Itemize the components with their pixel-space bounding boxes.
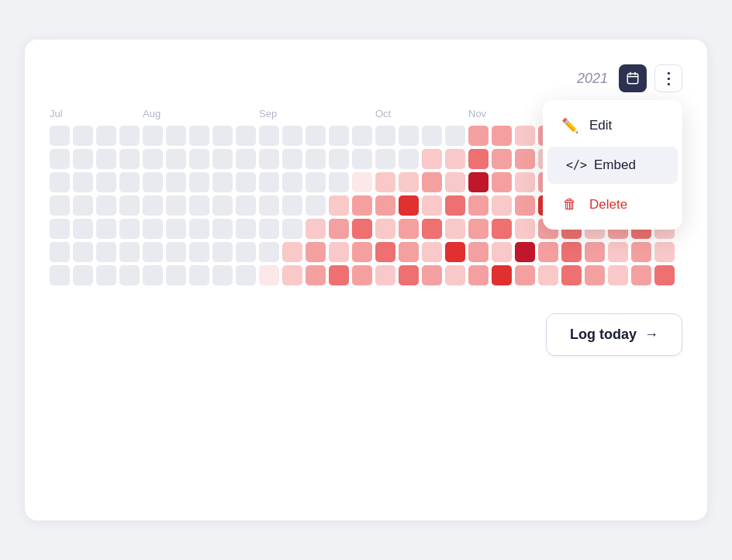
cell bbox=[422, 195, 442, 216]
cell bbox=[352, 219, 372, 239]
log-today-button[interactable]: Log today → bbox=[546, 313, 682, 356]
cell bbox=[143, 126, 163, 146]
year-label: 2021 bbox=[577, 71, 608, 87]
cell bbox=[166, 265, 186, 285]
cell bbox=[492, 172, 512, 192]
cell bbox=[282, 265, 302, 285]
cell bbox=[236, 126, 256, 146]
cell bbox=[119, 126, 140, 146]
cell bbox=[306, 126, 326, 146]
cell bbox=[585, 242, 605, 262]
cell bbox=[189, 219, 209, 239]
cell bbox=[515, 195, 535, 216]
cell bbox=[352, 126, 372, 146]
cell bbox=[492, 265, 512, 285]
month-sep: Sep bbox=[259, 108, 375, 119]
cell bbox=[259, 126, 279, 146]
cell bbox=[166, 195, 186, 216]
cell bbox=[306, 242, 326, 262]
cell bbox=[189, 172, 209, 192]
cell bbox=[375, 172, 395, 192]
cell bbox=[50, 126, 70, 146]
cell bbox=[212, 242, 233, 262]
cell bbox=[143, 195, 163, 216]
embed-menu-item[interactable]: </> Embed bbox=[547, 147, 678, 184]
cell bbox=[422, 149, 442, 169]
cell bbox=[399, 242, 419, 262]
cell bbox=[329, 219, 349, 239]
cell bbox=[282, 195, 302, 216]
cell bbox=[166, 126, 186, 146]
embed-label: Embed bbox=[594, 157, 636, 173]
cell bbox=[492, 149, 512, 169]
cell bbox=[212, 195, 233, 216]
cell bbox=[96, 126, 116, 146]
cell bbox=[375, 265, 395, 285]
cell bbox=[422, 126, 442, 146]
cell bbox=[561, 265, 582, 285]
cell bbox=[189, 195, 209, 216]
cell bbox=[468, 195, 489, 216]
cell bbox=[282, 126, 302, 146]
cell bbox=[399, 172, 419, 192]
cell bbox=[654, 242, 675, 262]
cell bbox=[515, 172, 535, 192]
cell bbox=[399, 149, 419, 169]
cell bbox=[492, 126, 512, 146]
cell bbox=[212, 219, 233, 239]
log-button-area: Log today → bbox=[50, 313, 682, 356]
cell bbox=[96, 265, 116, 285]
cell bbox=[73, 242, 93, 262]
cell bbox=[96, 195, 116, 216]
cell bbox=[50, 219, 70, 239]
cell bbox=[73, 149, 93, 169]
cell bbox=[73, 126, 93, 146]
cell bbox=[352, 149, 372, 169]
cell bbox=[422, 219, 442, 239]
cell bbox=[259, 265, 279, 285]
more-options-button[interactable]: ⋮ bbox=[654, 64, 682, 92]
cell bbox=[96, 242, 116, 262]
cell bbox=[492, 195, 512, 216]
log-today-arrow: → bbox=[644, 327, 658, 343]
cell bbox=[492, 219, 512, 239]
cell bbox=[259, 149, 279, 169]
cell bbox=[445, 242, 465, 262]
cell bbox=[166, 219, 186, 239]
cell bbox=[608, 242, 628, 262]
cell bbox=[259, 219, 279, 239]
grid-row bbox=[50, 242, 682, 262]
cell bbox=[329, 242, 349, 262]
cell bbox=[119, 149, 140, 169]
embed-icon: </> bbox=[566, 158, 583, 172]
cell bbox=[236, 265, 256, 285]
cell bbox=[73, 195, 93, 216]
context-menu: ✏️ Edit </> Embed 🗑 Delete bbox=[543, 100, 682, 230]
cell bbox=[73, 219, 93, 239]
cell bbox=[212, 149, 233, 169]
cell bbox=[375, 195, 395, 216]
cell bbox=[50, 195, 70, 216]
cell bbox=[515, 149, 535, 169]
calendar-button[interactable] bbox=[619, 64, 647, 92]
month-jul: Jul bbox=[50, 108, 143, 119]
cell bbox=[143, 242, 163, 262]
cell bbox=[306, 219, 326, 239]
log-today-label: Log today bbox=[570, 327, 637, 343]
delete-menu-item[interactable]: 🗑 Delete bbox=[543, 185, 682, 223]
cell bbox=[468, 242, 489, 262]
cell bbox=[329, 172, 349, 192]
cell bbox=[306, 149, 326, 169]
cell bbox=[445, 195, 465, 216]
cell bbox=[631, 265, 651, 285]
cell bbox=[375, 219, 395, 239]
cell bbox=[352, 195, 372, 216]
svg-rect-0 bbox=[627, 74, 638, 84]
edit-menu-item[interactable]: ✏️ Edit bbox=[543, 106, 682, 145]
cell bbox=[50, 242, 70, 262]
cell bbox=[515, 265, 535, 285]
cell bbox=[375, 242, 395, 262]
cell bbox=[492, 242, 512, 262]
cell bbox=[375, 126, 395, 146]
cell bbox=[306, 265, 326, 285]
